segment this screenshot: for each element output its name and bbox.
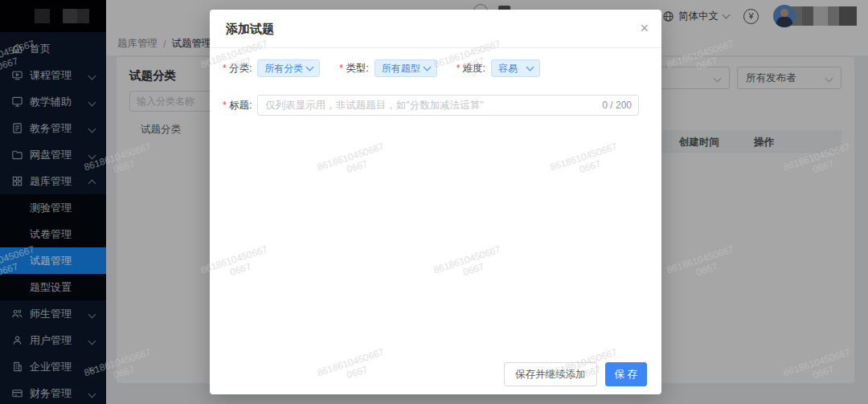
difficulty-field: * 难度: 容易 — [457, 59, 540, 77]
required-asterisk: * — [457, 63, 461, 74]
type-select-value: 所有题型 — [382, 62, 420, 75]
chevron-down-icon — [526, 63, 534, 71]
category-field: * 分类: 所有分类 — [223, 59, 320, 77]
close-icon[interactable]: × — [640, 19, 649, 37]
type-select[interactable]: 所有题型 — [375, 59, 437, 77]
type-field-label: 类型: — [346, 62, 368, 75]
add-question-modal: 添加试题 × * 分类: 所有分类 * 类型: 所有题型 — [210, 10, 661, 394]
chevron-down-icon — [306, 63, 314, 71]
modal-header: 添加试题 × — [210, 10, 661, 48]
difficulty-select[interactable]: 容易 — [491, 59, 540, 77]
category-select-value: 所有分类 — [264, 62, 303, 75]
save-and-continue-button[interactable]: 保存并继续添加 — [504, 362, 597, 386]
title-input[interactable] — [257, 95, 639, 116]
required-asterisk: * — [223, 100, 227, 111]
title-field-label: 标题: — [229, 99, 252, 112]
modal-title: 添加试题 — [226, 22, 274, 37]
category-select[interactable]: 所有分类 — [257, 59, 320, 77]
modal-footer: 保存并继续添加 保 存 — [504, 362, 647, 386]
modal-body: * 分类: 所有分类 * 类型: 所有题型 * — [210, 48, 661, 116]
char-counter: 0 / 200 — [602, 100, 632, 111]
save-button[interactable]: 保 存 — [605, 362, 647, 386]
title-field-row: * 标题: 0 / 200 — [223, 95, 647, 116]
category-field-label: 分类: — [229, 62, 252, 75]
difficulty-select-value: 容易 — [498, 62, 518, 75]
required-asterisk: * — [339, 63, 343, 74]
required-asterisk: * — [223, 63, 227, 74]
chevron-down-icon — [423, 63, 431, 71]
app-root: 首页 课程管理 教学辅助 教务管理 网盘管理 — [0, 0, 868, 404]
select-fields-row: * 分类: 所有分类 * 类型: 所有题型 * — [223, 59, 647, 77]
type-field: * 类型: 所有题型 — [339, 59, 436, 77]
title-input-wrap: 0 / 200 — [257, 95, 639, 116]
difficulty-field-label: 难度: — [463, 62, 485, 75]
